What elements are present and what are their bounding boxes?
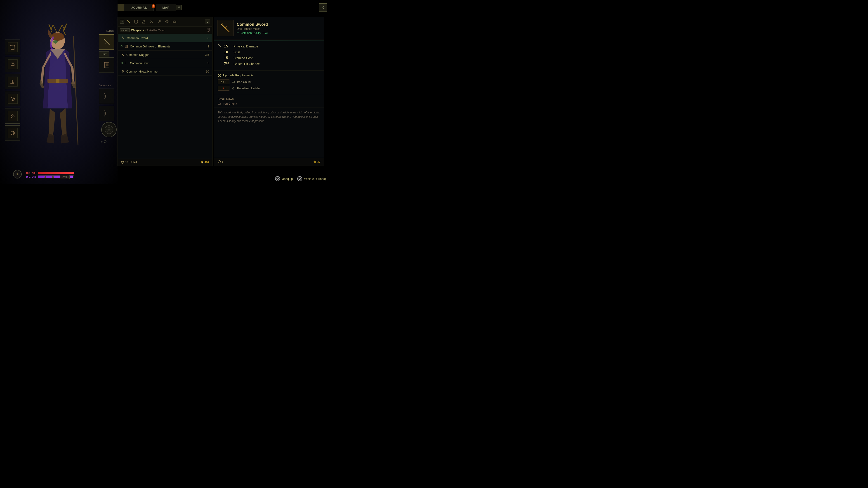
breakdown-title: Break Down	[218, 97, 320, 101]
wheel-count-text: 0	[101, 140, 103, 143]
inventory-panel: A D LSHIFT Weapons (	[118, 17, 213, 166]
weapon-slots-area: Current LALT	[99, 33, 114, 74]
stat-value-damage: 15	[224, 44, 231, 48]
equip-slot-amulet[interactable]	[5, 108, 20, 124]
unequip-button[interactable]: Unequip	[275, 176, 293, 181]
item-name: Common Bow	[130, 61, 200, 65]
amulet-icon	[9, 112, 16, 119]
upgrade-separator: /	[223, 87, 225, 90]
character-svg	[26, 23, 89, 158]
inv-cat-weapons[interactable]	[125, 18, 132, 25]
unequip-label: Unequip	[282, 177, 293, 181]
item-thumb-icon	[219, 22, 232, 35]
inv-cat-gems[interactable]	[163, 18, 170, 25]
ring-icon	[9, 95, 16, 102]
svg-line-4	[73, 36, 78, 144]
stat-crit: 7% Critical Hit Chance	[218, 62, 320, 66]
stat-stun: 10 Stun	[218, 50, 320, 54]
inv-cat-quest[interactable]	[148, 18, 155, 25]
inv-cat-armor[interactable]	[133, 18, 140, 25]
sword-stat-icon	[218, 44, 222, 48]
hp-bar-fill	[38, 172, 74, 174]
unequip-key	[275, 176, 280, 181]
list-item[interactable]: Common Bow 5	[118, 59, 212, 67]
stats-section: 15 Physical Damage 10 Stun 15 Stamina Co…	[214, 40, 324, 71]
list-item[interactable]: Common Grimoire of Elements 3	[118, 42, 212, 51]
paradisan-icon	[232, 87, 235, 90]
weight-icon	[121, 161, 124, 164]
breakdown-section: Break Down Iron Chunk	[214, 95, 324, 108]
tab-journal[interactable]: JOURNAL	[125, 4, 153, 11]
detail-item-type: One-Handed Melee	[237, 27, 268, 31]
hp-bar-container: 106 / 106	[23, 172, 74, 174]
svg-line-26	[127, 20, 130, 23]
item-icon-dagger	[121, 53, 125, 57]
skill-wheel[interactable]	[101, 122, 117, 137]
arrow-left: ◄	[43, 175, 47, 180]
equip-slot-ring2[interactable]	[5, 125, 20, 141]
equip-slot-shirt[interactable]	[5, 39, 20, 55]
item-name: Common Dagger	[126, 53, 200, 57]
arrow-right: ►	[52, 175, 56, 180]
svg-line-42	[122, 71, 123, 72]
inv-key-a: A	[120, 20, 124, 24]
weapon-slot-secondary1[interactable]	[99, 89, 114, 104]
weapon-slot-secondary2[interactable]	[99, 106, 114, 121]
svg-point-6	[12, 98, 13, 100]
stat-name-stamina: Stamina Cost	[234, 56, 252, 60]
stat-value-crit: 7%	[224, 62, 231, 66]
wield-key	[297, 176, 302, 181]
level-circle: 2	[13, 170, 22, 178]
stat-name-stun: Stun	[234, 51, 240, 54]
equip-slot-gloves[interactable]	[5, 57, 20, 72]
current-label: Current	[106, 29, 114, 32]
weapon-slot-current[interactable]	[99, 34, 114, 50]
iron-chunk-icon	[232, 80, 235, 84]
gloves-icon	[9, 61, 16, 68]
upgrade-count-current: 0	[221, 87, 222, 90]
svg-line-27	[128, 22, 128, 22]
inventory-section-header: LSHIFT Weapons (Sorted by: Type)	[118, 27, 212, 34]
weapon-slot-current2[interactable]	[99, 57, 114, 73]
lalt-badge: LALT	[99, 52, 110, 57]
list-item[interactable]: Common Great Hammer 10	[118, 67, 212, 76]
item-name: Common Great Hammer	[126, 70, 200, 73]
shirt-icon	[9, 44, 16, 51]
upgrade-section: Upgrade Requirements: 4 / 4 Iron Chunk 0…	[214, 71, 324, 95]
wield-button[interactable]: Wield (Off Hand)	[297, 176, 326, 181]
svg-point-31	[159, 20, 160, 22]
list-item[interactable]: Common Sword 6	[118, 34, 212, 42]
equip-slot-ring[interactable]	[5, 91, 20, 106]
item-name: Common Grimoire of Elements	[130, 45, 200, 48]
item-icon-hammer	[121, 70, 125, 73]
detail-weight-icon	[218, 160, 221, 163]
svg-point-61	[277, 178, 278, 180]
wheel-icon	[103, 140, 107, 143]
inv-cat-valuables[interactable]	[171, 18, 178, 25]
secondary-weapon2-icon	[102, 109, 111, 118]
svg-point-5	[11, 97, 14, 101]
breakdown-row-iron: Iron Chunk	[218, 102, 320, 105]
detail-item-quality: Common Quality, +0/3	[237, 31, 268, 35]
upgrade-count-max: 2	[225, 87, 226, 90]
item-count: 3	[202, 45, 209, 48]
svg-line-11	[104, 39, 110, 45]
upgrade-mat-iron: Iron Chunk	[237, 80, 252, 84]
hp-bar-outer	[38, 172, 74, 174]
quality-bar	[237, 33, 239, 33]
detail-panel: Common Sword One-Handed Melee Common Qua…	[214, 17, 324, 166]
character-figure	[18, 13, 97, 167]
stat-name-crit: Critical Hit Chance	[234, 62, 260, 66]
equip-status-icon	[206, 28, 210, 33]
inv-cat-consumables[interactable]	[141, 18, 147, 25]
stat-name-damage: Physical Damage	[234, 44, 258, 48]
equip-slot-boots[interactable]	[5, 74, 20, 89]
tab-map[interactable]: MAP	[156, 4, 176, 11]
hp-label: 106 / 106	[23, 172, 36, 174]
list-item[interactable]: Common Dagger 3.5	[118, 51, 212, 59]
detail-gold-icon	[313, 160, 316, 163]
svg-line-35	[122, 37, 124, 39]
inv-cat-crafting[interactable]	[156, 18, 162, 25]
upgrade-title: Upgrade Requirements:	[218, 73, 320, 77]
close-button[interactable]: X	[319, 3, 327, 11]
